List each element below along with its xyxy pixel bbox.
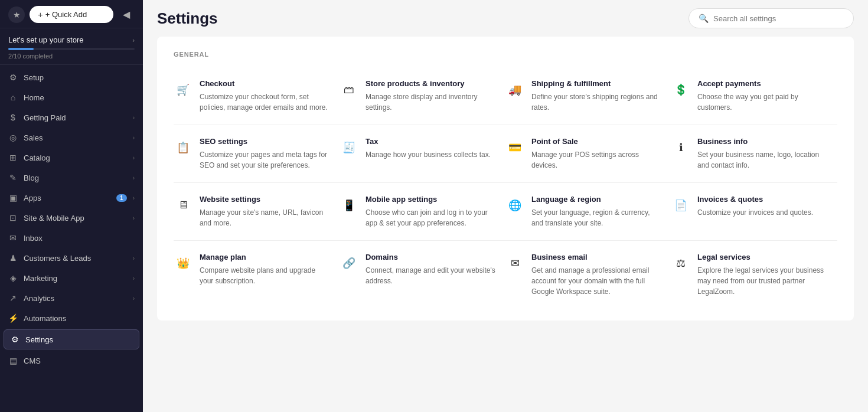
nav-label-setup: Setup — [24, 73, 135, 82]
settings-text-website-settings: Website settings Manage your site's name… — [200, 195, 330, 228]
settings-icon-manage-plan: 👑 — [174, 254, 192, 273]
chevron-icon-analytics: › — [133, 295, 135, 302]
settings-icon-shipping: 🚚 — [505, 80, 524, 99]
settings-item-domains[interactable]: 🔗 Domains Connect, manage and edit your … — [340, 243, 505, 306]
nav-icon-catalog: ⊞ — [8, 153, 18, 162]
sidebar-item-site-mobile[interactable]: ⊡ Site & Mobile App › — [0, 208, 143, 228]
chevron-right-icon: › — [132, 37, 135, 44]
search-settings-container[interactable]: 🔍 — [688, 8, 854, 28]
settings-item-accept-payments[interactable]: 💲 Accept payments Choose the way you get… — [671, 70, 837, 122]
settings-text-manage-plan: Manage plan Compare website plans and up… — [200, 253, 330, 286]
grid-divider-3 — [174, 240, 837, 241]
sidebar-item-setup[interactable]: ⚙ Setup — [0, 67, 143, 87]
store-setup-title[interactable]: Let's set up your store › — [8, 35, 135, 44]
settings-icon-business-email: ✉ — [505, 254, 524, 273]
settings-text-mobile-app: Mobile app settings Choose who can join … — [366, 195, 496, 228]
nav-label-blog: Blog — [24, 174, 127, 182]
settings-item-invoices[interactable]: 📄 Invoices & quotes Customize your invoi… — [671, 185, 837, 238]
nav-icon-apps: ▣ — [8, 193, 18, 202]
settings-desc-language-region: Set your language, region & currency, an… — [531, 207, 662, 228]
progress-bar-fill — [8, 48, 34, 50]
nav-icon-home: ⌂ — [8, 93, 18, 102]
store-setup-section: Let's set up your store › 2/10 completed — [0, 28, 143, 65]
grid-divider-2 — [174, 182, 837, 183]
settings-icon-website-settings: 🖥 — [174, 196, 192, 215]
sidebar: ★ + + Quick Add ◀ Let's set up your stor… — [0, 0, 143, 412]
settings-text-shipping: Shipping & fulfillment Define your store… — [531, 79, 662, 113]
settings-title-legal-services: Legal services — [697, 253, 828, 263]
sidebar-item-settings[interactable]: ⚙ Settings — [4, 329, 139, 349]
settings-item-store-products[interactable]: 🗃 Store products & inventory Manage stor… — [340, 70, 505, 122]
nav-icon-cms: ▤ — [8, 356, 18, 365]
settings-text-store-products: Store products & inventory Manage store … — [366, 79, 496, 113]
page-title: Settings — [157, 9, 218, 28]
settings-item-shipping[interactable]: 🚚 Shipping & fulfillment Define your sto… — [505, 70, 671, 122]
settings-title-shipping: Shipping & fulfillment — [531, 79, 662, 89]
nav-icon-getting-paid: $ — [8, 113, 18, 122]
search-settings-input[interactable] — [713, 14, 844, 23]
sidebar-item-getting-paid[interactable]: $ Getting Paid › — [0, 107, 143, 127]
settings-text-legal-services: Legal services Explore the legal service… — [697, 253, 828, 297]
settings-item-website-settings[interactable]: 🖥 Website settings Manage your site's na… — [174, 185, 340, 238]
nav-icon-site-mobile: ⊡ — [8, 213, 18, 223]
sidebar-item-customers[interactable]: ♟ Customers & Leads › — [0, 248, 143, 268]
settings-item-mobile-app[interactable]: 📱 Mobile app settings Choose who can joi… — [340, 185, 505, 238]
nav-icon-analytics: ↗ — [8, 293, 18, 303]
sidebar-item-sales[interactable]: ◎ Sales › — [0, 127, 143, 148]
nav-label-apps: Apps — [24, 194, 110, 202]
topbar: Settings 🔍 — [143, 0, 868, 37]
sidebar-item-catalog[interactable]: ⊞ Catalog › — [0, 148, 143, 168]
chevron-icon-getting-paid: › — [133, 115, 135, 121]
nav-icon-marketing: ◈ — [8, 273, 18, 283]
sidebar-item-home[interactable]: ⌂ Home — [0, 87, 143, 107]
settings-item-business-email[interactable]: ✉ Business email Get and manage a profes… — [505, 243, 671, 306]
settings-icon-store-products: 🗃 — [340, 80, 358, 99]
settings-title-seo: SEO settings — [200, 137, 330, 147]
settings-text-accept-payments: Accept payments Choose the way you get p… — [697, 79, 828, 113]
settings-desc-website-settings: Manage your site's name, URL, favicon an… — [200, 207, 330, 228]
settings-icon-checkout: 🛒 — [174, 80, 192, 99]
nav-icon-inbox: ✉ — [8, 233, 18, 243]
collapse-sidebar-button[interactable]: ◀ — [118, 6, 135, 23]
chevron-icon-catalog: › — [133, 155, 135, 161]
nav-label-automations: Automations — [24, 314, 135, 323]
sidebar-item-apps[interactable]: ▣ Apps 1 › — [0, 188, 143, 208]
settings-text-language-region: Language & region Set your language, reg… — [531, 195, 662, 228]
settings-text-checkout: Checkout Customize your checkout form, s… — [200, 79, 330, 113]
chevron-icon-customers: › — [133, 255, 135, 261]
nav-label-catalog: Catalog — [24, 153, 127, 162]
chevron-icon-blog: › — [133, 175, 135, 181]
sidebar-item-inbox[interactable]: ✉ Inbox — [0, 228, 143, 248]
settings-item-language-region[interactable]: 🌐 Language & region Set your language, r… — [505, 185, 671, 238]
settings-title-language-region: Language & region — [531, 195, 662, 205]
section-label: GENERAL — [174, 51, 837, 58]
settings-item-seo[interactable]: 📋 SEO settings Customize your pages and … — [174, 127, 340, 180]
grid-divider-1 — [174, 125, 837, 125]
settings-item-pos[interactable]: 💳 Point of Sale Manage your POS settings… — [505, 127, 671, 180]
settings-item-legal-services[interactable]: ⚖ Legal services Explore the legal servi… — [671, 243, 837, 306]
settings-title-store-products: Store products & inventory — [366, 79, 496, 89]
nav-label-sales: Sales — [24, 133, 127, 142]
sidebar-item-blog[interactable]: ✎ Blog › — [0, 168, 143, 188]
settings-item-manage-plan[interactable]: 👑 Manage plan Compare website plans and … — [174, 243, 340, 306]
settings-title-website-settings: Website settings — [200, 195, 330, 205]
settings-item-business-info[interactable]: ℹ Business info Set your business name, … — [671, 127, 837, 180]
settings-text-invoices: Invoices & quotes Customize your invoice… — [697, 195, 813, 218]
nav-label-getting-paid: Getting Paid — [24, 113, 127, 122]
sidebar-item-automations[interactable]: ⚡ Automations — [0, 308, 143, 328]
settings-icon-language-region: 🌐 — [505, 196, 524, 215]
sidebar-item-cms[interactable]: ▤ CMS — [0, 351, 143, 371]
quick-add-button[interactable]: + + Quick Add — [30, 6, 113, 23]
settings-item-tax[interactable]: 🧾 Tax Manage how your business collects … — [340, 127, 505, 180]
sidebar-item-analytics[interactable]: ↗ Analytics › — [0, 288, 143, 308]
settings-title-domains: Domains — [366, 253, 496, 263]
settings-desc-mobile-app: Choose who can join and log in to your a… — [366, 207, 496, 228]
settings-icon-domains: 🔗 — [340, 254, 358, 273]
settings-desc-checkout: Customize your checkout form, set polici… — [200, 91, 330, 113]
settings-item-checkout[interactable]: 🛒 Checkout Customize your checkout form,… — [174, 70, 340, 122]
settings-icon-business-info: ℹ — [671, 138, 690, 157]
nav-label-site-mobile: Site & Mobile App — [24, 214, 127, 223]
settings-text-business-info: Business info Set your business name, lo… — [697, 137, 828, 171]
settings-desc-legal-services: Explore the legal services your business… — [697, 265, 828, 297]
sidebar-item-marketing[interactable]: ◈ Marketing › — [0, 268, 143, 288]
